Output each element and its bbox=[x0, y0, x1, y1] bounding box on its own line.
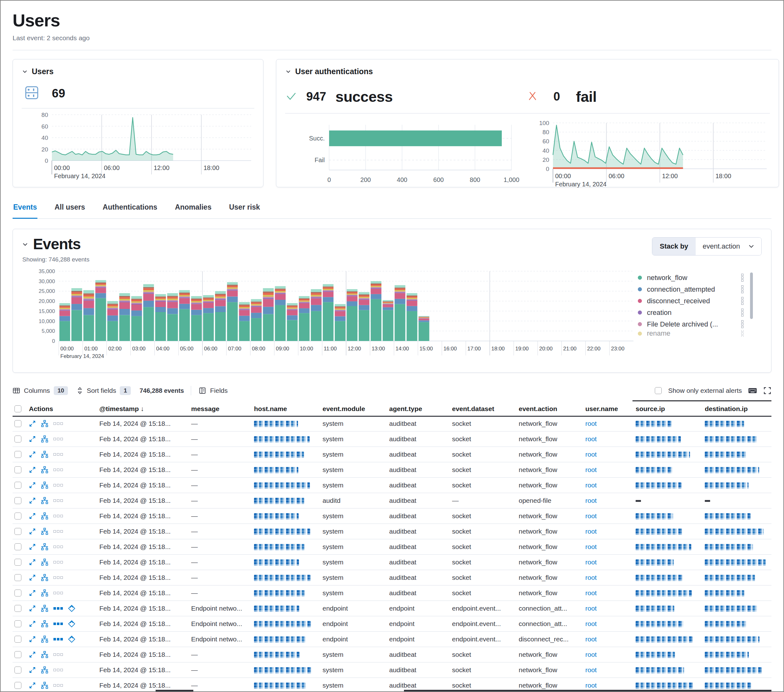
collapse-chevron-icon[interactable] bbox=[22, 69, 28, 75]
more-actions-icon[interactable] bbox=[53, 500, 63, 502]
table-row[interactable]: Feb 14, 2024 @ 15:18...—systemauditbeats… bbox=[13, 478, 771, 493]
row-checkbox[interactable] bbox=[15, 482, 21, 489]
table-row[interactable]: Feb 14, 2024 @ 15:18...—systemauditbeats… bbox=[13, 570, 771, 585]
cell-user-name[interactable]: root bbox=[585, 420, 636, 427]
analyze-event-icon[interactable] bbox=[41, 450, 48, 458]
legend-item-actions-icon[interactable] bbox=[741, 297, 743, 305]
analyze-event-icon[interactable] bbox=[41, 666, 48, 674]
select-all-checkbox[interactable] bbox=[15, 405, 21, 412]
expand-event-icon[interactable] bbox=[29, 667, 36, 674]
legend-item[interactable]: disconnect_received bbox=[638, 295, 743, 307]
cell-user-name[interactable]: root bbox=[585, 435, 636, 443]
analyze-event-icon[interactable] bbox=[41, 512, 48, 520]
stack-by-select[interactable]: event.action bbox=[696, 238, 761, 255]
expand-event-icon[interactable] bbox=[29, 636, 36, 643]
cell-user-name[interactable]: root bbox=[585, 574, 636, 581]
tab-all-users[interactable]: All users bbox=[54, 200, 86, 219]
cell-user-name[interactable]: root bbox=[585, 528, 636, 535]
table-row[interactable]: Feb 14, 2024 @ 15:18...Endpoint netwo...… bbox=[13, 601, 771, 616]
analyze-event-icon[interactable] bbox=[41, 635, 48, 643]
tab-user-risk[interactable]: User risk bbox=[229, 200, 260, 219]
col-header-host-name[interactable]: host.name bbox=[254, 405, 323, 413]
row-checkbox[interactable] bbox=[15, 436, 21, 442]
analyze-event-icon[interactable] bbox=[41, 574, 48, 581]
more-actions-icon[interactable] bbox=[53, 638, 63, 641]
row-checkbox[interactable] bbox=[15, 528, 21, 535]
table-row[interactable]: Feb 14, 2024 @ 15:18...—systemauditbeats… bbox=[13, 662, 771, 678]
analyze-event-icon[interactable] bbox=[41, 651, 48, 658]
col-header-event-dataset[interactable]: event.dataset bbox=[452, 405, 519, 413]
analyze-event-icon[interactable] bbox=[41, 620, 48, 628]
more-actions-icon[interactable] bbox=[53, 530, 63, 533]
more-actions-icon[interactable] bbox=[53, 653, 63, 656]
cell-user-name[interactable]: root bbox=[585, 666, 636, 674]
analyze-event-icon[interactable] bbox=[41, 482, 48, 489]
analyze-event-icon[interactable] bbox=[41, 420, 48, 427]
more-actions-icon[interactable] bbox=[53, 607, 63, 610]
col-header-timestamp[interactable]: @timestamp ↓ bbox=[99, 405, 191, 413]
table-row[interactable]: Feb 14, 2024 @ 15:18...—systemauditbeats… bbox=[13, 447, 771, 462]
expand-event-icon[interactable] bbox=[29, 543, 36, 550]
analyze-event-icon[interactable] bbox=[41, 589, 48, 597]
expand-event-icon[interactable] bbox=[29, 620, 36, 627]
row-checkbox[interactable] bbox=[15, 620, 21, 627]
analyze-event-icon[interactable] bbox=[41, 528, 48, 535]
row-checkbox[interactable] bbox=[15, 574, 21, 581]
table-row[interactable]: Feb 14, 2024 @ 15:18...—systemauditbeats… bbox=[13, 647, 771, 662]
expand-event-icon[interactable] bbox=[29, 559, 36, 565]
more-actions-icon[interactable] bbox=[53, 484, 63, 487]
cell-user-name[interactable]: root bbox=[585, 559, 636, 566]
expand-event-icon[interactable] bbox=[29, 466, 36, 473]
analyze-event-icon[interactable] bbox=[41, 605, 48, 612]
more-actions-icon[interactable] bbox=[53, 422, 63, 425]
legend-item-actions-icon[interactable] bbox=[741, 309, 743, 316]
cell-user-name[interactable]: root bbox=[585, 512, 636, 520]
more-actions-icon[interactable] bbox=[53, 576, 63, 579]
fields-button[interactable]: Fields bbox=[199, 387, 227, 394]
analyze-event-icon[interactable] bbox=[41, 497, 48, 505]
row-checkbox[interactable] bbox=[15, 559, 21, 565]
fullscreen-icon[interactable] bbox=[763, 386, 771, 395]
legend-item-actions-icon[interactable] bbox=[741, 320, 743, 328]
table-row[interactable]: Feb 14, 2024 @ 15:18...—auditdauditbeat—… bbox=[13, 493, 771, 508]
legend-item-actions-icon[interactable] bbox=[741, 274, 743, 281]
expand-event-icon[interactable] bbox=[29, 682, 36, 689]
row-checkbox[interactable] bbox=[15, 605, 21, 612]
expand-event-icon[interactable] bbox=[29, 513, 36, 519]
more-actions-icon[interactable] bbox=[53, 453, 63, 456]
legend-item[interactable]: File Delete archived (... bbox=[638, 318, 743, 330]
expand-event-icon[interactable] bbox=[29, 574, 36, 581]
more-actions-icon[interactable] bbox=[53, 669, 63, 671]
cell-user-name[interactable]: root bbox=[585, 682, 636, 689]
legend-item[interactable]: rename bbox=[638, 330, 743, 337]
expand-event-icon[interactable] bbox=[29, 590, 36, 597]
cell-user-name[interactable]: root bbox=[585, 450, 636, 458]
legend-item-actions-icon[interactable] bbox=[741, 285, 743, 293]
row-checkbox[interactable] bbox=[15, 420, 21, 427]
row-checkbox[interactable] bbox=[15, 682, 21, 689]
expand-event-icon[interactable] bbox=[29, 605, 36, 612]
cell-user-name[interactable]: root bbox=[585, 605, 636, 612]
col-header-destination-ip[interactable]: destination.ip bbox=[705, 405, 771, 413]
collapse-chevron-icon[interactable] bbox=[22, 241, 29, 248]
col-header-source-ip[interactable]: source.ip bbox=[636, 405, 705, 413]
expand-event-icon[interactable] bbox=[29, 420, 36, 427]
analyze-event-icon[interactable] bbox=[41, 466, 48, 473]
expand-event-icon[interactable] bbox=[29, 436, 36, 442]
tab-anomalies[interactable]: Anomalies bbox=[174, 200, 212, 219]
cell-user-name[interactable]: root bbox=[585, 543, 636, 551]
legend-item-actions-icon[interactable] bbox=[741, 330, 743, 337]
analyze-event-icon[interactable] bbox=[41, 559, 48, 566]
row-checkbox[interactable] bbox=[15, 543, 21, 550]
row-checkbox[interactable] bbox=[15, 513, 21, 519]
legend-item[interactable]: network_flow bbox=[638, 272, 743, 283]
analyze-event-icon[interactable] bbox=[41, 543, 48, 551]
row-checkbox[interactable] bbox=[15, 636, 21, 643]
legend-scrollbar[interactable] bbox=[750, 273, 753, 319]
table-row[interactable]: Feb 14, 2024 @ 15:18...Endpoint netwo...… bbox=[13, 632, 771, 647]
columns-button[interactable]: Columns 10 bbox=[13, 386, 68, 395]
col-header-event-module[interactable]: event.module bbox=[323, 405, 389, 413]
expand-event-icon[interactable] bbox=[29, 451, 36, 458]
col-header-user-name[interactable]: user.name bbox=[585, 405, 636, 413]
row-checkbox[interactable] bbox=[15, 466, 21, 473]
